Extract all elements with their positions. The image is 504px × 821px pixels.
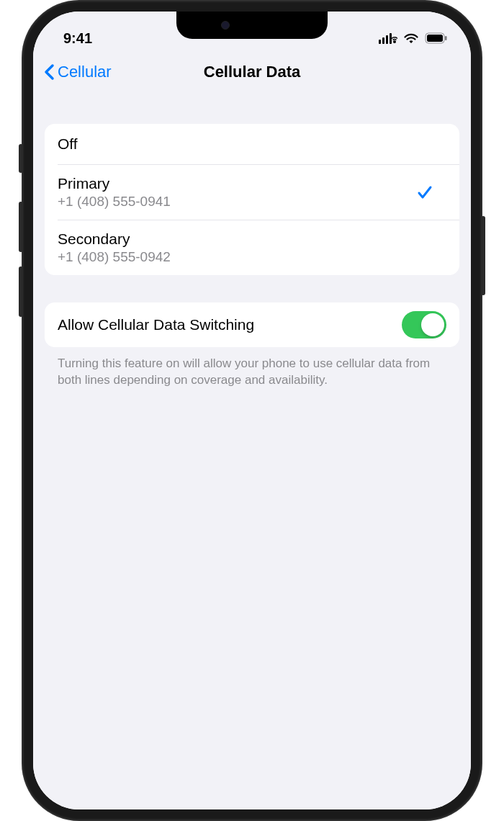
chevron-left-icon [43,63,55,81]
content-area: Off Primary +1 (408) 555-0941 [33,92,471,400]
svg-rect-7 [445,36,447,40]
silent-switch [19,144,23,173]
screen: 9:41 [33,12,471,809]
checkmark-icon [416,184,433,201]
back-label: Cellular [58,63,112,81]
toggle-label: Allow Cellular Data Switching [58,316,254,333]
option-label: Off [58,135,78,153]
status-icons [379,32,448,44]
svg-rect-2 [386,35,388,44]
option-primary[interactable]: Primary +1 (408) 555-0941 [58,164,459,220]
allow-switching-toggle[interactable] [402,311,446,338]
option-secondary[interactable]: Secondary +1 (408) 555-0942 [58,220,459,275]
svg-rect-0 [379,40,381,44]
switch-knob [421,313,444,336]
power-button [481,216,485,295]
phone-screen-bezel: 9:41 [33,12,471,809]
wifi-icon [403,32,419,44]
svg-rect-1 [382,37,384,44]
svg-point-4 [393,40,396,43]
volume-up-button [19,202,23,252]
option-off[interactable]: Off [45,124,459,164]
navigation-bar: Cellular Cellular Data [33,52,471,92]
option-phone-number: +1 (408) 555-0942 [58,249,171,265]
switching-footer-text: Turning this feature on will allow your … [45,347,459,389]
option-label: Secondary [58,230,171,248]
status-time: 9:41 [63,30,92,47]
page-title: Cellular Data [204,63,301,81]
option-label: Primary [58,175,171,192]
svg-rect-6 [427,35,443,42]
cellular-data-options-group: Off Primary +1 (408) 555-0941 [45,124,459,275]
svg-rect-3 [390,33,392,44]
volume-down-button [19,266,23,317]
phone-frame: 9:41 [22,0,482,821]
dual-sim-signal-icon [379,32,397,44]
back-button[interactable]: Cellular [43,63,112,81]
notch [176,12,328,39]
option-phone-number: +1 (408) 555-0941 [58,194,171,210]
battery-icon [425,32,448,44]
allow-switching-row[interactable]: Allow Cellular Data Switching [45,302,459,347]
front-camera [221,21,230,30]
